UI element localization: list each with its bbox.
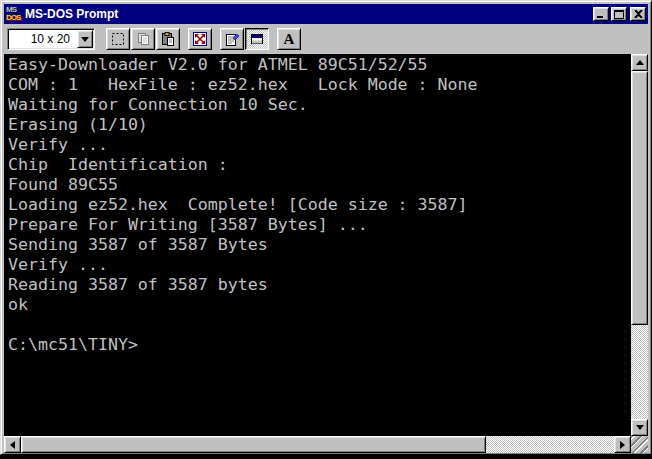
properties-icon (224, 32, 240, 46)
horizontal-scrollbar-thumb[interactable] (21, 436, 486, 453)
client-area: Easy-Downloader V2.0 for ATMEL 89C51/52/… (4, 54, 648, 436)
terminal-line: Reading 3587 of 3587 bytes (8, 275, 631, 295)
vertical-scrollbar[interactable] (631, 54, 648, 436)
mark-button[interactable] (106, 28, 130, 50)
minimize-icon (596, 10, 606, 19)
terminal-line (8, 315, 631, 335)
horizontal-scrollbar[interactable] (4, 436, 631, 453)
terminal-prompt-line: C:\mc51\TINY> (8, 335, 631, 355)
vertical-scrollbar-track[interactable] (631, 325, 648, 419)
chevron-down-icon (81, 37, 89, 42)
terminal-line: Waiting for Connection 10 Sec. (8, 95, 631, 115)
ms-dos-icon-bottom: DOS (6, 14, 22, 22)
resize-grip[interactable] (631, 436, 648, 453)
terminal-line: Verify ... (8, 135, 631, 155)
vertical-scrollbar-thumb[interactable] (631, 71, 648, 325)
combo-dropdown-button[interactable] (77, 30, 93, 48)
maximize-button[interactable] (611, 7, 627, 21)
minimize-button[interactable] (593, 7, 609, 21)
scroll-left-button[interactable] (4, 436, 21, 453)
full-screen-button[interactable] (188, 28, 212, 50)
scroll-down-button[interactable] (631, 419, 648, 436)
properties-button[interactable] (220, 28, 244, 50)
close-icon (634, 10, 643, 18)
close-button[interactable] (630, 7, 646, 21)
toolbar: 10 x 20 (4, 24, 648, 54)
terminal-line: Chip Identification : (8, 155, 631, 175)
bottom-bar (4, 436, 648, 453)
fullscreen-icon (192, 32, 208, 46)
background-icon (249, 32, 265, 46)
terminal-line: COM : 1 HexFile : ez52.hex Lock Mode : N… (8, 75, 631, 95)
terminal-line: Erasing (1/10) (8, 115, 631, 135)
scroll-right-button[interactable] (614, 436, 631, 453)
maximize-icon (614, 10, 624, 19)
scroll-down-icon (636, 425, 644, 430)
paste-icon (160, 32, 176, 46)
terminal-line: Found 89C55 (8, 175, 631, 195)
msdos-prompt-window: MS DOS MS-DOS Prompt 10 x 20 (0, 0, 652, 455)
paste-button[interactable] (156, 28, 180, 50)
terminal-output[interactable]: Easy-Downloader V2.0 for ATMEL 89C51/52/… (4, 54, 631, 436)
scroll-up-button[interactable] (631, 54, 648, 71)
font-size-value[interactable]: 10 x 20 (8, 29, 76, 49)
terminal-line: Prepare For Writing [3587 Bytes] ... (8, 215, 631, 235)
terminal-line: Loading ez52.hex Complete! [Code size : … (8, 195, 631, 215)
marquee-icon (110, 32, 126, 46)
scroll-right-icon (620, 441, 625, 449)
desktop-strip (0, 455, 652, 459)
background-button[interactable] (245, 28, 269, 50)
font-button[interactable]: A (277, 28, 301, 50)
terminal-line: Easy-Downloader V2.0 for ATMEL 89C51/52/… (8, 55, 631, 75)
horizontal-scrollbar-track[interactable] (486, 436, 614, 453)
font-size-combobox[interactable]: 10 x 20 (7, 28, 95, 50)
ms-dos-icon[interactable]: MS DOS (6, 6, 22, 22)
scroll-left-icon (10, 441, 15, 449)
terminal-line: Verify ... (8, 255, 631, 275)
terminal-line: Sending 3587 of 3587 Bytes (8, 235, 631, 255)
font-icon: A (284, 32, 295, 47)
scroll-up-icon (636, 60, 644, 65)
terminal-line: ok (8, 295, 631, 315)
copy-button[interactable] (131, 28, 155, 50)
titlebar[interactable]: MS DOS MS-DOS Prompt (4, 4, 648, 24)
copy-icon (135, 32, 151, 46)
window-title: MS-DOS Prompt (25, 7, 591, 21)
